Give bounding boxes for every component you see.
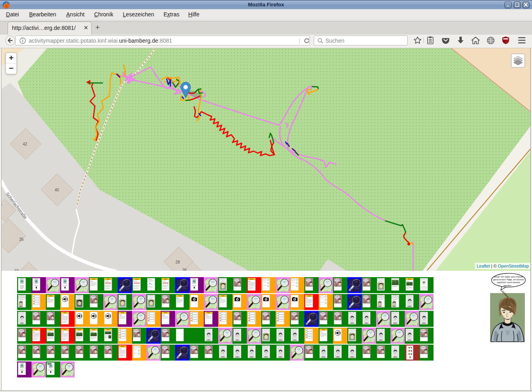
svg-text:28: 28 [175, 260, 180, 264]
svg-text:35: 35 [19, 237, 24, 242]
svg-text:26: 26 [182, 268, 187, 271]
svg-text:40: 40 [55, 188, 59, 192]
svg-text:42: 42 [23, 142, 28, 146]
